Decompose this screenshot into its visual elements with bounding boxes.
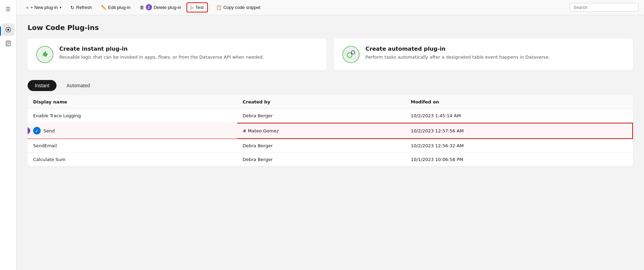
search-input[interactable] — [570, 3, 638, 12]
nav-icon-plugins[interactable] — [2, 23, 14, 36]
table-header-row: Display name Created by Modifed on — [28, 95, 633, 109]
cards-row: Create instant plug-in Reusable logic th… — [28, 39, 633, 70]
selected-row-name: Send — [43, 128, 55, 133]
automated-card-icon — [342, 46, 360, 63]
cell-display-name: Calculate Sum — [28, 153, 237, 167]
table-container: Display name Created by Modifed on Enabl… — [28, 95, 633, 166]
refresh-label: Refresh — [76, 5, 92, 10]
delete-icon: 🗑 — [140, 5, 144, 10]
instant-plugin-card[interactable]: Create instant plug-in Reusable logic th… — [28, 39, 327, 70]
instant-card-icon — [36, 46, 54, 63]
cell-modified-on-selected: 10/2/2023 12:57:56 AM — [405, 123, 633, 139]
copy-icon: 📋 — [216, 5, 222, 10]
automated-card-text: Create automated plug-in Perform tasks a… — [365, 46, 550, 60]
sidebar-accent — [0, 26, 1, 36]
menu-icon[interactable]: ☰ — [2, 3, 14, 15]
tabs-row: Instant Automated — [28, 80, 633, 91]
edit-icon: ✏️ — [101, 5, 107, 10]
col-header-display-name: Display name — [28, 95, 237, 109]
edit-plugin-button[interactable]: ✏️ Edit plug-in — [97, 3, 134, 12]
page-content: Low Code Plug-ins — [17, 15, 644, 270]
instant-card-text: Create instant plug-in Reusable logic th… — [59, 46, 264, 60]
automated-card-desc: Perform tasks automatically after a desi… — [365, 54, 550, 60]
tab-automated[interactable]: Automated — [59, 80, 97, 91]
new-plugin-button[interactable]: + + New plug-in ▾ — [22, 3, 65, 12]
play-icon: ▷ — [191, 5, 194, 10]
test-label: Test — [195, 5, 204, 10]
refresh-icon: ↻ — [70, 5, 74, 10]
plus-icon: + — [26, 5, 29, 10]
automated-card-title: Create automated plug-in — [365, 46, 550, 52]
table-row-selected[interactable]: 1 ✓ Send # Mateo Gomez 10/2/2023 12:57:5… — [28, 123, 633, 139]
copy-label: Copy code snippet — [223, 5, 261, 10]
table-row[interactable]: Calculate Sum Debra Berger 10/1/2023 10:… — [28, 153, 633, 167]
plugins-table: Display name Created by Modifed on Enabl… — [28, 95, 633, 166]
cell-display-name: SendEmail — [28, 139, 237, 153]
svg-point-1 — [7, 29, 9, 31]
instant-card-desc: Reusable logic that can be invoked in ap… — [59, 54, 264, 60]
cell-created-by: Debra Berger — [237, 109, 405, 123]
cell-created-by: Debra Berger — [237, 153, 405, 167]
cell-display-name-selected: 1 ✓ Send — [28, 123, 237, 139]
check-icon: ✓ — [33, 127, 41, 134]
col-header-created-by: Created by — [237, 95, 405, 109]
sidebar: ☰ — [0, 0, 17, 270]
test-button[interactable]: ▷ Test — [187, 2, 208, 12]
svg-point-7 — [343, 46, 359, 63]
cell-created-by-selected: # Mateo Gomez — [237, 123, 405, 139]
delete-label: Delete plug-in — [154, 5, 181, 10]
edit-label: Edit plug-in — [108, 5, 131, 10]
cell-modified-on: 10/2/2023 12:56:32 AM — [405, 139, 633, 153]
row-number-badge: 1 — [28, 127, 30, 134]
copy-code-button[interactable]: 📋 Copy code snippet — [212, 3, 264, 12]
nav-icon-book[interactable] — [2, 37, 14, 50]
instant-card-title: Create instant plug-in — [59, 46, 264, 52]
refresh-button[interactable]: ↻ Refresh — [67, 3, 96, 12]
delete-badge: 2 — [146, 4, 152, 10]
delete-plugin-button[interactable]: 🗑 2 Delete plug-in — [136, 2, 185, 13]
new-plugin-label: + New plug-in — [30, 5, 58, 10]
col-header-modified-on: Modifed on — [405, 95, 633, 109]
toolbar: + + New plug-in ▾ ↻ Refresh ✏️ Edit plug… — [17, 0, 644, 15]
table-row[interactable]: Enable Trace Logging Debra Berger 10/2/2… — [28, 109, 633, 123]
page-title: Low Code Plug-ins — [28, 23, 633, 32]
cell-display-name: Enable Trace Logging — [28, 109, 237, 123]
dropdown-icon: ▾ — [60, 6, 61, 9]
cell-modified-on: 10/1/2023 10:06:58 PM — [405, 153, 633, 167]
cell-created-by: Debra Berger — [237, 139, 405, 153]
main-content: + + New plug-in ▾ ↻ Refresh ✏️ Edit plug… — [17, 0, 644, 270]
tab-instant[interactable]: Instant — [28, 80, 57, 91]
table-row[interactable]: SendEmail Debra Berger 10/2/2023 12:56:3… — [28, 139, 633, 153]
toolbar-separator — [210, 4, 210, 11]
cell-modified-on: 10/2/2023 1:45:14 AM — [405, 109, 633, 123]
automated-plugin-card[interactable]: Create automated plug-in Perform tasks a… — [334, 39, 633, 70]
